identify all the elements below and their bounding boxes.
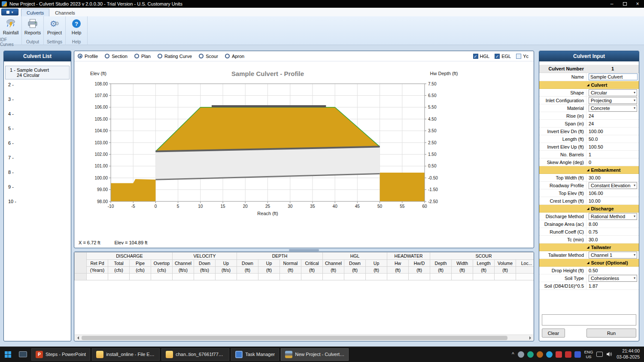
ribbon-button-reports[interactable]: Reports [22, 16, 43, 39]
table-column-header[interactable]: Length [473, 260, 495, 267]
horizontal-scrollbar[interactable] [75, 335, 533, 341]
ribbon-button-rainfall[interactable]: Rainfall [0, 16, 21, 39]
clear-button[interactable]: Clear [542, 329, 565, 338]
start-button[interactable] [0, 347, 15, 362]
table-column-header[interactable]: Hw [387, 260, 409, 267]
table-column-header[interactable]: Loc... [516, 260, 534, 267]
input-value[interactable]: 0 [586, 158, 639, 166]
input-select-discharge-method[interactable]: Rational Method▾ [589, 213, 637, 220]
table-cell[interactable] [430, 274, 452, 280]
panel-splitter[interactable] [74, 248, 534, 252]
table-column-header[interactable]: Down [194, 260, 216, 267]
input-value[interactable]: 30.00 [586, 174, 639, 181]
input-section-scour-optional[interactable]: ◢Scour (Optional) [539, 259, 639, 267]
table-cell[interactable] [301, 274, 323, 280]
row-selector[interactable] [75, 274, 87, 280]
input-section-embankment[interactable]: ◢Embankment [539, 166, 639, 174]
table-cell[interactable] [280, 274, 301, 280]
input-value[interactable]: 24 [586, 112, 639, 119]
table-cell[interactable] [237, 274, 258, 280]
profile-chart[interactable]: -10-505101520253035404550556098.00-2.509… [74, 61, 534, 219]
table-cell[interactable] [130, 274, 151, 280]
table-column-header[interactable]: Channel [173, 260, 194, 267]
tray-icon-7[interactable] [574, 351, 581, 358]
view-radio-scour[interactable]: Scour [199, 54, 218, 59]
input-section-tailwater[interactable]: ◢Tailwater [539, 243, 639, 251]
table-cell[interactable] [108, 274, 130, 280]
view-radio-section[interactable]: Section [105, 54, 128, 59]
overlay-checkbox-yc[interactable]: Yc [516, 54, 529, 59]
input-select-tailwater-method[interactable]: Channel 1▾ [589, 252, 637, 259]
culvert-list-item-7[interactable]: 7 - [4, 152, 71, 167]
table-cell[interactable] [216, 274, 237, 280]
view-radio-profile[interactable]: Profile [78, 54, 98, 59]
table-column-header[interactable]: Ret Pd [87, 260, 108, 267]
scrollbar-thumb[interactable] [82, 336, 507, 340]
input-section-discharge[interactable]: ◢Discharge [539, 205, 639, 213]
table-cell[interactable] [258, 274, 280, 280]
tab-channels[interactable]: Channels [49, 9, 80, 16]
table-cell[interactable] [366, 274, 387, 280]
table-column-header[interactable]: Up [216, 260, 237, 267]
input-select-shape[interactable]: Circular▾ [589, 89, 637, 96]
input-value[interactable]: 50.0 [586, 135, 639, 143]
volume-icon[interactable] [606, 351, 613, 357]
input-value[interactable]: 106.00 [586, 189, 639, 197]
ribbon-button-help[interactable]: ?Help [66, 16, 87, 39]
culvert-list-item-4[interactable]: 4 - [4, 109, 71, 123]
table-cell[interactable] [323, 274, 344, 280]
table-cell[interactable] [151, 274, 173, 280]
tray-icon-2[interactable] [527, 351, 534, 358]
scroll-right-arrow-icon[interactable] [527, 335, 533, 341]
input-select-roadway-profile[interactable]: Constant Elevation▾ [589, 182, 637, 189]
tab-culverts[interactable]: Culverts [21, 9, 49, 16]
culvert-list-item-1[interactable]: 1 - Sample Culvert24 Circular [5, 66, 70, 79]
input-value[interactable]: 1 [586, 151, 639, 158]
tray-icon-4[interactable] [546, 351, 553, 358]
hidden-icons-chevron-icon[interactable]: ^ [512, 351, 514, 357]
table-cell[interactable] [473, 274, 495, 280]
table-cell[interactable] [87, 274, 108, 280]
table-column-header[interactable]: Overtop [151, 260, 173, 267]
table-column-header[interactable]: Pipe [130, 260, 151, 267]
input-value[interactable]: 100.00 [586, 128, 639, 135]
view-radio-apron[interactable]: Apron [225, 54, 244, 59]
culvert-list-item-8[interactable]: 8 - [4, 167, 71, 182]
table-cell[interactable] [516, 274, 534, 280]
input-value[interactable]: 1.87 [586, 282, 639, 289]
culvert-list-item-2[interactable]: 2 - [4, 79, 71, 94]
app-menu-button[interactable]: ▾ [1, 9, 18, 15]
tray-icon-5[interactable] [556, 351, 562, 358]
run-button[interactable]: Run [586, 329, 636, 338]
culvert-name-input[interactable] [589, 73, 638, 80]
table-column-header[interactable]: Volume [495, 260, 516, 267]
overlay-checkbox-hgl[interactable]: ✓HGL [473, 54, 490, 59]
culvert-list-item-9[interactable]: 9 - [4, 182, 71, 196]
close-button[interactable]: × [631, 0, 644, 8]
language-indicator[interactable]: ENG US [584, 350, 593, 359]
table-column-header[interactable]: Hw/D [409, 260, 430, 267]
touch-keyboard-icon[interactable] [596, 352, 603, 357]
pinned-app-icon[interactable] [19, 351, 27, 357]
table-column-header[interactable]: Total [108, 260, 130, 267]
table-cell[interactable] [173, 274, 194, 280]
input-value[interactable]: 10.00 [586, 197, 639, 204]
table-cell[interactable] [387, 274, 409, 280]
table-column-header[interactable]: Critical [301, 260, 323, 267]
view-radio-rating-curve[interactable]: Rating Curve [158, 54, 192, 59]
ribbon-button-project[interactable]: ⚙⚙Project [44, 16, 65, 39]
table-column-header[interactable]: Down [344, 260, 366, 267]
tray-icon-3[interactable] [537, 351, 543, 358]
table-column-header[interactable]: Up [258, 260, 280, 267]
view-radio-plan[interactable]: Plan [134, 54, 151, 59]
taskbar-app-chan-tion-67661f7762ffi[interactable]: chan..tion_67661f7762ffi [161, 348, 229, 361]
tray-icon-1[interactable] [518, 351, 524, 358]
table-column-header[interactable]: Depth [430, 260, 452, 267]
maximize-button[interactable] [618, 0, 631, 8]
table-cell[interactable] [194, 274, 216, 280]
table-cell[interactable] [495, 274, 516, 280]
table-cell[interactable] [344, 274, 366, 280]
input-value[interactable]: 30.0 [586, 236, 639, 243]
input-value[interactable]: 24 [586, 120, 639, 127]
culvert-list-item-3[interactable]: 3 - [4, 94, 71, 109]
